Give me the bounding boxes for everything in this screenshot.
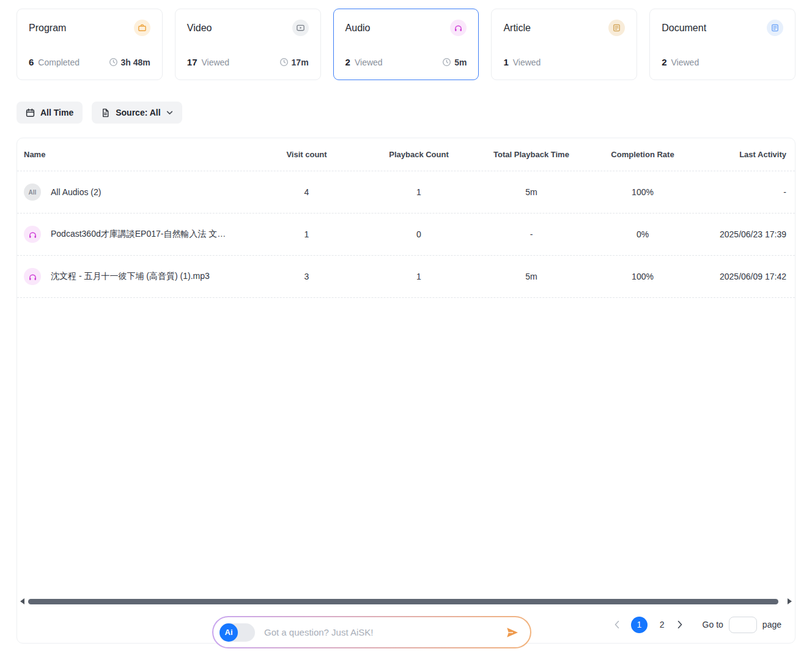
last-activity-cell: 2025/06/23 17:39 <box>694 229 786 239</box>
col-header-name: Name <box>24 150 247 159</box>
card-duration: 3h 48m <box>121 58 150 67</box>
page-label: page <box>762 620 781 629</box>
scrollbar-track[interactable] <box>28 599 784 604</box>
scroll-right-arrow[interactable] <box>788 598 792 604</box>
card-article[interactable]: Article 1 Viewed <box>491 9 637 80</box>
col-header-total-playback-time: Total Playback Time <box>471 150 591 159</box>
card-title: Program <box>29 23 66 34</box>
file-icon <box>101 108 110 117</box>
card-stat-label: Viewed <box>201 58 229 67</box>
card-stat-count: 2 <box>345 57 350 67</box>
table-empty-area <box>17 298 795 596</box>
card-video[interactable]: Video 17 Viewed 17m <box>175 9 321 80</box>
filter-bar: All Time Source: All <box>0 80 812 124</box>
total-playback-time-cell: 5m <box>471 187 591 197</box>
card-stat-label: Viewed <box>355 58 383 67</box>
time-filter-label: All Time <box>40 108 73 117</box>
total-playback-time-cell: 5m <box>471 272 591 281</box>
card-title: Audio <box>345 23 371 34</box>
card-program[interactable]: Program 6 Completed 3h 48m <box>17 9 163 80</box>
headphones-icon <box>450 20 467 36</box>
all-badge: All <box>24 184 41 201</box>
document-icon <box>767 20 783 36</box>
card-stat-count: 17 <box>187 57 197 67</box>
chevron-right-icon[interactable] <box>677 620 683 629</box>
item-name: 沈文程 - 五月十一彼下埔 (高音質) (1).mp3 <box>51 271 210 282</box>
video-icon <box>292 20 309 36</box>
chevron-down-icon <box>166 110 173 116</box>
article-icon <box>608 20 625 36</box>
playback-count-cell: 1 <box>366 272 471 281</box>
clock-icon <box>442 58 451 67</box>
calendar-icon <box>26 108 35 117</box>
page-button-2[interactable]: 2 <box>659 620 666 629</box>
card-stat-count: 1 <box>503 57 508 67</box>
visit-count-cell: 3 <box>247 272 366 281</box>
summary-cards: Program 6 Completed 3h 48m Video 17 <box>0 0 812 80</box>
col-header-visit-count: Visit count <box>247 150 366 159</box>
visit-count-cell: 1 <box>247 229 366 239</box>
headphones-icon <box>24 226 41 243</box>
scrollbar-thumb[interactable] <box>28 599 778 604</box>
item-name: All Audios (2) <box>51 187 101 197</box>
chevron-left-icon[interactable] <box>614 620 620 629</box>
col-header-playback-count: Playback Count <box>366 150 471 159</box>
total-playback-time-cell: - <box>471 229 591 239</box>
card-stat-label: Completed <box>38 58 79 67</box>
table-row[interactable]: 沈文程 - 五月十一彼下埔 (高音質) (1).mp3 3 1 5m 100% … <box>17 256 795 298</box>
aisk-question-input[interactable] <box>264 627 496 637</box>
card-title: Article <box>503 23 530 34</box>
source-filter-label: Source: All <box>116 108 160 117</box>
item-name: Podcast360d才庫講談EP017-自然輸入法 文… <box>51 229 226 240</box>
card-audio[interactable]: Audio 2 Viewed 5m <box>333 9 479 80</box>
table-row[interactable]: All All Audios (2) 4 1 5m 100% - <box>17 171 795 213</box>
card-duration: 17m <box>292 58 309 67</box>
table-row[interactable]: Podcast360d才庫講談EP017-自然輸入法 文… 1 0 - 0% 2… <box>17 213 795 256</box>
clock-icon <box>279 58 289 67</box>
playback-count-cell: 0 <box>366 229 471 239</box>
scroll-left-arrow[interactable] <box>20 598 24 604</box>
card-duration: 5m <box>454 58 467 67</box>
page-button-1[interactable]: 1 <box>631 617 648 633</box>
table-header-row: Name Visit count Playback Count Total Pl… <box>17 138 795 171</box>
clock-icon <box>109 58 118 67</box>
card-stat-count: 6 <box>29 57 34 67</box>
send-icon[interactable] <box>506 626 519 639</box>
last-activity-cell: 2025/06/09 17:42 <box>694 272 786 281</box>
horizontal-scrollbar <box>17 596 795 606</box>
headphones-icon <box>24 268 41 285</box>
aisk-chat-bar: Ai <box>212 616 531 648</box>
col-header-completion-rate: Completion Rate <box>591 150 694 159</box>
time-filter-button[interactable]: All Time <box>17 102 83 124</box>
col-header-last-activity: Last Activity <box>694 150 786 159</box>
ai-toggle[interactable]: Ai <box>220 623 255 642</box>
goto-page-input[interactable] <box>729 617 757 633</box>
playback-count-cell: 1 <box>366 187 471 197</box>
card-stat-label: Viewed <box>671 58 699 67</box>
goto-label: Go to <box>703 620 723 629</box>
completion-rate-cell: 100% <box>591 187 694 197</box>
briefcase-icon <box>134 20 150 36</box>
completion-rate-cell: 0% <box>591 229 694 239</box>
card-title: Document <box>662 23 706 34</box>
last-activity-cell: - <box>694 187 786 197</box>
content-table-panel: Name Visit count Playback Count Total Pl… <box>17 138 795 644</box>
source-filter-button[interactable]: Source: All <box>92 102 182 124</box>
ai-toggle-knob: Ai <box>220 623 238 642</box>
card-document[interactable]: Document 2 Viewed <box>649 9 795 80</box>
completion-rate-cell: 100% <box>591 272 694 281</box>
visit-count-cell: 4 <box>247 187 366 197</box>
card-title: Video <box>187 23 212 34</box>
card-stat-count: 2 <box>662 57 666 67</box>
card-stat-label: Viewed <box>513 58 541 67</box>
